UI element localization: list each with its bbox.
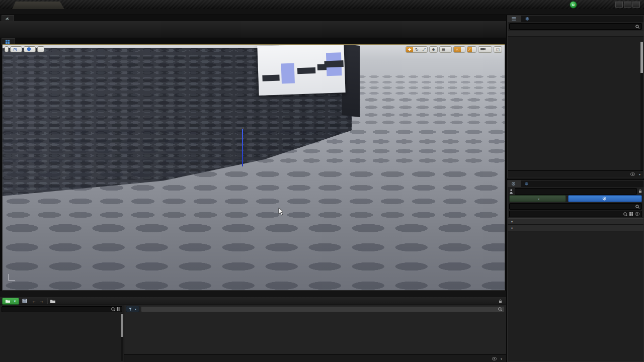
perspective-icon xyxy=(14,48,17,51)
filter-icon xyxy=(129,308,132,311)
transform-toolbar: ✚ ↻ ⤢ ⊕ ▦ △ ∕ ◱ xyxy=(406,46,502,53)
scale-snap-toggle[interactable]: ∕ xyxy=(467,47,472,52)
tab-world-settings[interactable] xyxy=(521,180,534,187)
rotation-snap-toggle[interactable]: △ xyxy=(454,47,461,52)
materials-section-header[interactable]: ▾ xyxy=(508,218,643,225)
maximize-button[interactable] xyxy=(624,2,631,8)
lit-button[interactable] xyxy=(24,46,36,52)
tree-scrollbar[interactable] xyxy=(121,313,123,361)
lock-icon[interactable] xyxy=(499,299,502,303)
blueprint-add-script-button[interactable] xyxy=(568,195,642,202)
translate-gizmo-z[interactable] xyxy=(242,129,243,166)
search-details-input[interactable] xyxy=(509,211,642,217)
folder-plus-icon xyxy=(6,299,10,303)
assets-view-options[interactable]: ▾ xyxy=(492,357,502,360)
search-icon xyxy=(635,25,639,29)
outliner-footer: ▾ xyxy=(508,170,643,177)
mouse-cursor xyxy=(278,208,284,218)
content-browser-panel: ▾ ← → xyxy=(0,291,506,362)
search-icon xyxy=(635,205,639,209)
tab-world-outliner[interactable] xyxy=(508,16,521,22)
unreal-editor-window: u xyxy=(0,0,644,362)
save-icon xyxy=(22,299,27,303)
lock-icon[interactable] xyxy=(638,189,642,193)
save-all-button[interactable] xyxy=(22,299,29,303)
lit-shield-icon xyxy=(27,47,31,51)
clothing-section-header[interactable]: ▾ xyxy=(508,225,643,231)
actor-name-field[interactable] xyxy=(515,188,637,195)
floor-tiles xyxy=(3,219,505,290)
details-panel: ▾ ▾ xyxy=(507,180,644,362)
add-component-button[interactable]: ▾ xyxy=(509,195,566,202)
gear-icon xyxy=(602,197,606,201)
outliner-scrollbar[interactable] xyxy=(640,42,643,171)
outliner-header[interactable] xyxy=(508,31,643,37)
back-button[interactable]: ← xyxy=(32,299,36,304)
bottom-tabs xyxy=(0,291,506,297)
column-toggle-icon[interactable] xyxy=(117,307,120,311)
outliner-icon xyxy=(512,17,516,21)
rotation-snap-value[interactable] xyxy=(461,47,465,52)
eye-filter-icon[interactable] xyxy=(635,212,639,216)
rotate-tool-button[interactable]: ↻ xyxy=(413,47,420,52)
actor-icon xyxy=(509,189,513,194)
viewport-controls xyxy=(5,46,44,52)
search-icon xyxy=(498,307,502,311)
viewport-tabstrip xyxy=(0,38,506,44)
breadcrumb-folder-icon xyxy=(50,299,55,303)
search-icon xyxy=(623,212,627,216)
asset-status-bar: ▾ xyxy=(124,354,506,362)
axis-gizmo xyxy=(7,271,18,284)
outliner-rows xyxy=(508,42,640,171)
floor-tiles xyxy=(3,127,505,167)
tab-details[interactable] xyxy=(508,180,521,187)
tab-layers[interactable] xyxy=(521,16,535,22)
grid-snap-value[interactable] xyxy=(447,47,451,52)
camera-speed-value[interactable] xyxy=(488,47,492,52)
layers-icon xyxy=(525,17,529,21)
close-button[interactable] xyxy=(632,2,640,8)
grid-view-icon[interactable] xyxy=(629,212,633,216)
grid-snap-toggle[interactable]: ▦ xyxy=(440,47,447,52)
title-bar: u xyxy=(0,0,644,9)
content-browser-toolbar: ▾ ← → xyxy=(0,297,506,305)
viewport-icon xyxy=(6,40,10,44)
menu-bar xyxy=(0,9,644,15)
outliner-view-options[interactable]: ▾ xyxy=(630,172,640,176)
folder-tree xyxy=(0,313,120,362)
search-components-input[interactable] xyxy=(509,203,642,210)
asset-search-input[interactable] xyxy=(141,306,505,312)
eye-icon xyxy=(492,357,497,360)
asset-view: ▾ ▾ xyxy=(124,305,506,362)
minimize-button[interactable] xyxy=(615,2,623,8)
maximize-viewport-button[interactable]: ◱ xyxy=(494,47,502,52)
3d-viewport[interactable]: ✚ ↻ ⤢ ⊕ ▦ △ ∕ ◱ xyxy=(3,44,505,290)
eye-icon xyxy=(630,172,635,176)
toolbar-tabstrip xyxy=(0,15,506,21)
camera-speed-icon[interactable] xyxy=(478,47,488,52)
move-tool-button[interactable]: ✚ xyxy=(406,47,413,52)
perspective-button[interactable] xyxy=(10,46,22,52)
scale-snap-value[interactable] xyxy=(472,47,476,52)
viewport-options-button[interactable] xyxy=(5,46,9,52)
unreal-status-icon: u xyxy=(570,1,577,9)
add-import-button[interactable]: ▾ xyxy=(2,298,19,305)
search-icon xyxy=(111,307,115,311)
scale-tool-button[interactable]: ⤢ xyxy=(420,47,427,52)
wrench-icon xyxy=(5,17,9,21)
world-settings-icon xyxy=(525,182,528,186)
asset-grid xyxy=(126,313,505,346)
world-outliner-panel: ▾ xyxy=(507,15,644,178)
floor-tiles xyxy=(3,167,505,219)
forward-button[interactable]: → xyxy=(39,299,44,304)
level-tab[interactable] xyxy=(12,2,64,9)
search-paths-input[interactable] xyxy=(2,306,122,312)
right-panel: ▾ ▾ xyxy=(507,15,644,362)
filters-button[interactable]: ▾ xyxy=(126,306,139,312)
outliner-search-input[interactable] xyxy=(509,23,642,30)
world-local-toggle[interactable]: ⊕ xyxy=(430,47,437,52)
timeline-billboard xyxy=(257,44,345,96)
content-tree-panel xyxy=(0,305,124,362)
show-button[interactable] xyxy=(37,46,44,52)
main-toolbar xyxy=(0,21,506,38)
